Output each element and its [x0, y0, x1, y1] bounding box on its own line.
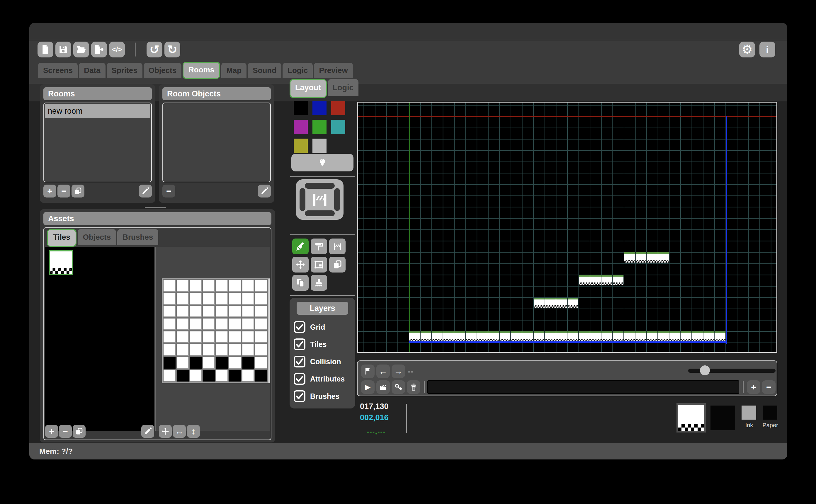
- tile-pixel[interactable]: [203, 280, 215, 292]
- open-folder-button[interactable]: [73, 42, 89, 57]
- info-button[interactable]: i: [759, 42, 775, 57]
- palette-color-swatch[interactable]: [294, 139, 308, 153]
- tab-logic[interactable]: Logic: [283, 63, 313, 78]
- tile-pixel[interactable]: [242, 306, 254, 318]
- tab-map[interactable]: Map: [221, 63, 247, 78]
- tile-pixel[interactable]: [242, 357, 254, 369]
- secondary-tile-preview[interactable]: [710, 406, 735, 430]
- platform-tiles[interactable]: [534, 298, 578, 308]
- tile-pixel[interactable]: [242, 293, 254, 305]
- remove-room-object-button[interactable]: −: [162, 185, 175, 197]
- tile-pixel[interactable]: [203, 344, 215, 356]
- tile-pixel[interactable]: [255, 357, 267, 369]
- platform-tiles[interactable]: [409, 331, 725, 342]
- export-button[interactable]: [91, 42, 107, 57]
- room-objects-list[interactable]: [162, 103, 271, 182]
- duplicate-tool-button[interactable]: [329, 257, 346, 273]
- tab-preview[interactable]: Preview: [314, 63, 353, 78]
- tile-pixel[interactable]: [229, 357, 241, 369]
- tile-pixel[interactable]: [190, 370, 202, 382]
- tile-thumbnail-selected[interactable]: [49, 250, 73, 275]
- tile-pixel[interactable]: [242, 331, 254, 343]
- tile-pixel[interactable]: [190, 319, 202, 330]
- tile-pixel[interactable]: [203, 293, 215, 305]
- tile-pixel[interactable]: [203, 331, 215, 343]
- tile-pixel[interactable]: [190, 306, 202, 318]
- tile-pixel[interactable]: [242, 280, 254, 292]
- move-tile-button[interactable]: [159, 425, 172, 438]
- view-tab-layout[interactable]: Layout: [290, 79, 327, 98]
- layer-checkbox[interactable]: [294, 356, 305, 367]
- add-tile-button[interactable]: +: [45, 425, 58, 438]
- palette-color-swatch[interactable]: [294, 120, 308, 134]
- selected-tile-preview[interactable]: [678, 405, 704, 431]
- trowel-tool-button[interactable]: [292, 239, 309, 254]
- tile-pixel[interactable]: [164, 331, 176, 343]
- tile-pixel[interactable]: [164, 370, 176, 382]
- tile-pixel[interactable]: [164, 306, 176, 318]
- palette-color-swatch[interactable]: [312, 101, 327, 115]
- tile-pixel[interactable]: [203, 357, 215, 369]
- record-button[interactable]: [376, 380, 390, 394]
- tile-pixel[interactable]: [242, 344, 254, 356]
- delete-button[interactable]: [407, 380, 420, 394]
- tile-pixel[interactable]: [229, 344, 241, 356]
- tile-pixel[interactable]: [242, 319, 254, 330]
- tile-pixel[interactable]: [216, 370, 228, 382]
- paste-tool-button[interactable]: [292, 275, 309, 291]
- tile-pixel[interactable]: [190, 331, 202, 343]
- key-button[interactable]: [392, 380, 405, 394]
- save-button[interactable]: [55, 42, 71, 57]
- zoom-slider-track[interactable]: [688, 369, 776, 373]
- flag-button[interactable]: [361, 365, 375, 378]
- tile-pixel[interactable]: [216, 306, 228, 318]
- redo-button[interactable]: ↻: [164, 42, 180, 57]
- tile-pixel[interactable]: [190, 357, 202, 369]
- tile-pixel[interactable]: [177, 280, 189, 292]
- asset-tab-objects[interactable]: Objects: [78, 229, 116, 245]
- next-button[interactable]: →: [392, 365, 405, 378]
- panel-resize-handle[interactable]: [145, 207, 166, 208]
- tab-data[interactable]: Data: [79, 63, 105, 78]
- tile-pixel[interactable]: [164, 293, 176, 305]
- tile-pixel[interactable]: [203, 306, 215, 318]
- tile-pixel[interactable]: [177, 344, 189, 356]
- asset-tab-brushes[interactable]: Brushes: [117, 229, 158, 245]
- barrier-tool-button[interactable]: [329, 239, 346, 254]
- tile-pixel[interactable]: [177, 331, 189, 343]
- tile-pixel[interactable]: [164, 280, 176, 292]
- tile-pixel[interactable]: [255, 331, 267, 343]
- new-file-button[interactable]: [38, 42, 53, 57]
- remove-tile-button[interactable]: −: [59, 425, 72, 438]
- duplicate-room-button[interactable]: [72, 185, 84, 197]
- layer-checkbox[interactable]: [294, 390, 305, 402]
- tile-pixel[interactable]: [229, 319, 241, 330]
- layer-checkbox[interactable]: [294, 321, 305, 333]
- tile-pixel[interactable]: [216, 331, 228, 343]
- flip-horizontal-button[interactable]: ↔: [173, 425, 186, 438]
- paper-swatch[interactable]: [763, 406, 777, 420]
- tab-sprites[interactable]: Sprites: [107, 63, 142, 78]
- tile-editor-grid[interactable]: [162, 278, 269, 383]
- tile-pixel[interactable]: [164, 319, 176, 330]
- move-tool-button[interactable]: [292, 257, 309, 273]
- add-room-button[interactable]: +: [43, 185, 56, 197]
- tile-pixel[interactable]: [177, 357, 189, 369]
- prev-button[interactable]: ←: [376, 365, 390, 378]
- tile-pixel[interactable]: [177, 319, 189, 330]
- layer-checkbox[interactable]: [294, 338, 305, 350]
- gear-button[interactable]: ⚙: [739, 42, 755, 57]
- tile-pixel[interactable]: [229, 331, 241, 343]
- tile-pixel[interactable]: [203, 370, 215, 382]
- tile-editor-scrollbar[interactable]: [268, 278, 270, 383]
- tile-pixel[interactable]: [255, 306, 267, 318]
- select-frame-tool-button[interactable]: [311, 257, 327, 273]
- paint-roller-tool-button[interactable]: [311, 239, 327, 254]
- tile-pixel[interactable]: [177, 370, 189, 382]
- timeline-bar[interactable]: [427, 380, 739, 394]
- tile-pixel[interactable]: [190, 344, 202, 356]
- tile-pixel[interactable]: [229, 306, 241, 318]
- play-button[interactable]: ▶: [361, 380, 375, 394]
- rename-room-button[interactable]: [139, 185, 152, 197]
- asset-tab-tiles[interactable]: Tiles: [47, 229, 77, 247]
